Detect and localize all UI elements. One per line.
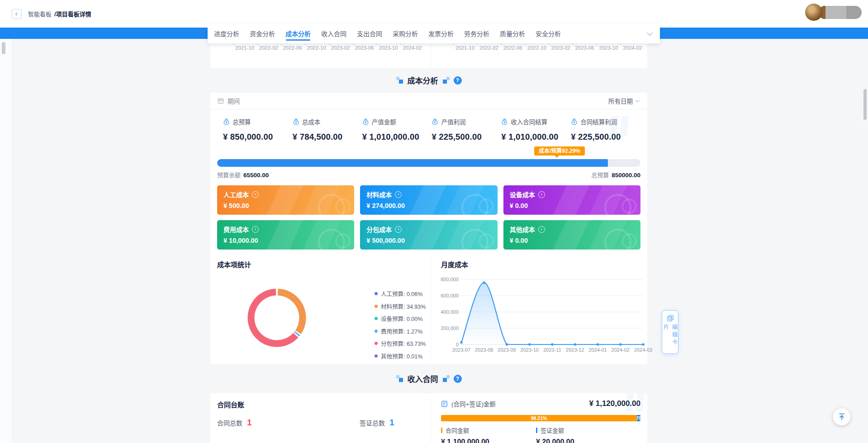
cost-card-人工成本[interactable]: 人工成本›¥ 500.00 (217, 185, 354, 215)
budget-bar-labels: 预算余额65500.00 总预算850000.00 (217, 170, 640, 179)
x-axis-label: 2024-02 (398, 45, 427, 51)
svg-text:2023-08: 2023-08 (475, 347, 493, 353)
cost-card-title: 人工成本 (223, 190, 249, 199)
tab-成本分析[interactable]: 成本分析 (285, 24, 311, 43)
svg-text:2023-07: 2023-07 (452, 347, 470, 353)
svg-text:800,000: 800,000 (441, 277, 459, 282)
income-contract-card: 合同台账 合同总数 1 签证总数 1 (合同+签证)金额 ¥ 1,120,000… (210, 393, 647, 443)
help-icon[interactable]: ? (454, 375, 462, 383)
cost-card-title: 其他成本 (510, 225, 535, 234)
data-point (597, 343, 599, 346)
legend-item-材料预算: 材料预算: 34.93% (375, 302, 426, 311)
svg-text:2023-09: 2023-09 (498, 347, 516, 353)
title-decoration-icon (396, 375, 403, 382)
contract-visa-stacked-bar: 98.21% 1.79% (441, 415, 640, 421)
chevron-down-icon[interactable] (647, 30, 653, 36)
visa-amount-block: 签证金额 ¥ 20,000.00 (536, 426, 574, 443)
breadcrumb-root[interactable]: 智能看板 (28, 9, 52, 18)
contract-amount-block: 合同金额 ¥ 1,100,000.00 (441, 426, 489, 443)
metric-value: ¥ 1,010,000.00 (362, 132, 432, 142)
help-icon[interactable]: ? (454, 76, 462, 85)
legend-dot (375, 342, 378, 345)
money-bag-icon (432, 118, 438, 125)
period-filter-dropdown[interactable]: 所有日期 (608, 96, 639, 105)
tab-收入合同[interactable]: 收入合同 (321, 24, 346, 43)
metric-产值金额: 产值金额¥ 1,010,000.00 (362, 117, 432, 142)
edit-card-button[interactable]: 编辑卡片 (662, 310, 678, 354)
data-point (506, 343, 508, 346)
cost-card-其他成本[interactable]: 其他成本›¥ 0.00 (503, 220, 640, 250)
income-section-band: 收入合同 ? (210, 364, 647, 393)
cost-card-value: ¥ 10,000.00 (223, 237, 348, 244)
calendar-icon (218, 98, 224, 104)
cost-card-value: ¥ 0.00 (510, 202, 634, 209)
cost-analysis-card: 期间 所有日期 总预算¥ 850,000.00总成本¥ 784,500.00产值… (210, 93, 647, 364)
x-axis-label: 2024-02 (618, 45, 647, 51)
title-decoration-icon (442, 375, 450, 382)
tab-劳务分析[interactable]: 劳务分析 (464, 24, 489, 43)
data-point (483, 281, 485, 284)
data-point (619, 343, 622, 346)
money-bag-icon (501, 118, 508, 125)
left-scrollbar-thumb[interactable] (2, 42, 5, 54)
money-bag-icon (293, 118, 299, 125)
cost-card-title: 分包成本 (366, 225, 392, 234)
tab-质量分析[interactable]: 质量分析 (500, 24, 525, 43)
title-decoration-icon (396, 77, 403, 84)
cost-card-材料成本[interactable]: 材料成本›¥ 274,000.00 (360, 185, 497, 215)
panel-divider (431, 258, 431, 361)
panel-divider (431, 398, 431, 443)
cost-section-title: 成本分析 (408, 75, 438, 86)
legend-dot (375, 317, 378, 320)
cost-card-分包成本[interactable]: 分包成本›¥ 500,000.00 (360, 220, 497, 250)
svg-text:600,000: 600,000 (441, 293, 459, 298)
tab-安全分析[interactable]: 安全分析 (536, 24, 561, 43)
back-button[interactable]: ‹ (12, 9, 22, 19)
svg-text:200,000: 200,000 (441, 325, 459, 331)
data-point (460, 341, 463, 344)
money-bag-icon (571, 118, 578, 125)
visa-bar-segment: 1.79% (637, 415, 640, 421)
metric-value: ¥ 225,500.00 (571, 132, 640, 142)
metric-label: 收入合同结算 (511, 117, 547, 126)
cost-card-value: ¥ 500.00 (223, 202, 348, 209)
metric-value: ¥ 225,500.00 (432, 132, 501, 142)
metric-value: ¥ 850,000.00 (223, 132, 293, 142)
watermark-decoration (611, 116, 628, 136)
period-row: 期间 所有日期 (210, 93, 647, 109)
contract-marker (441, 428, 442, 433)
contract-total-value: 1 (247, 418, 252, 428)
legend-item-设备预算: 设备预算: 0.00% (375, 314, 426, 323)
cost-cards-grid: 人工成本›¥ 500.00材料成本›¥ 274,000.00设备成本›¥ 0.0… (217, 185, 640, 250)
tab-发票分析[interactable]: 发票分析 (428, 24, 454, 43)
avatar[interactable] (805, 4, 822, 21)
cost-card-设备成本[interactable]: 设备成本›¥ 0.00 (503, 185, 640, 215)
user-area (805, 4, 862, 21)
monthly-cost-title: 月度成本 (441, 259, 468, 269)
tab-进度分析[interactable]: 进度分析 (214, 24, 239, 43)
svg-text:2023-12: 2023-12 (566, 347, 584, 353)
tab-采购分析[interactable]: 采购分析 (393, 24, 418, 43)
cost-items-donut-chart (241, 282, 313, 353)
donut-segment-费用预算 (297, 333, 298, 335)
contract-bar-segment: 98.21% (441, 415, 637, 421)
metric-总预算: 总预算¥ 850,000.00 (223, 117, 293, 142)
legend-item-费用预算: 费用预算: 1.27% (375, 327, 426, 335)
data-point (551, 343, 554, 346)
cost-card-title: 材料成本 (366, 190, 392, 199)
tab-支出合同[interactable]: 支出合同 (357, 24, 382, 43)
visa-amount-value: ¥ 20,000.00 (536, 438, 574, 443)
right-scrollbar-thumb[interactable] (863, 89, 867, 120)
metric-label: 产值利润 (441, 117, 465, 126)
chevron-right-icon: › (395, 191, 402, 198)
cost-section-band: 成本分析 ? (210, 68, 647, 93)
legend-item-人工预算: 人工预算: 0.06% (375, 289, 426, 298)
donut-chart-title: 成本项统计 (217, 259, 251, 269)
period-label: 期间 (228, 96, 240, 105)
legend-item-其他预算: 其他预算: 0.01% (375, 352, 426, 360)
back-to-top-button[interactable] (833, 408, 850, 425)
legend-item-分包预算: 分包预算: 63.73% (375, 339, 426, 348)
tab-资金分析[interactable]: 资金分析 (250, 24, 275, 43)
metric-value: ¥ 1,010,000.00 (501, 132, 571, 142)
cost-card-费用成本[interactable]: 费用成本›¥ 10,000.00 (217, 220, 354, 250)
